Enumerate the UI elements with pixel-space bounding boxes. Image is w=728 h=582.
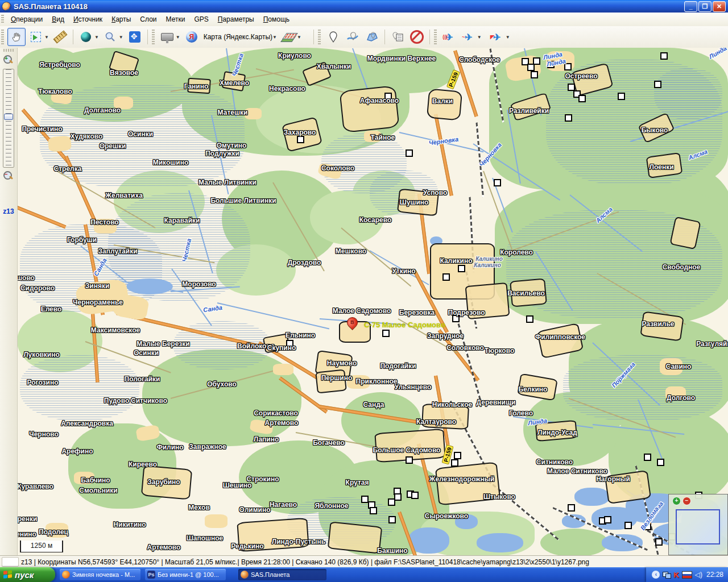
settlement-label: Шапошное [187,534,224,542]
toolbar-grip[interactable] [152,30,155,44]
settlement-label: Нагаево [270,501,297,509]
map-source-combo[interactable]: Карта (Яндекс.Карты) [204,33,272,41]
menu-item-помощь[interactable]: Помощь [259,14,294,25]
toolbar-grip[interactable] [434,30,437,44]
settlement-label: Белкино [519,385,548,393]
menu-item-gps[interactable]: GPS [189,14,213,25]
settlement-label: Арефино [61,447,93,455]
layers-button[interactable] [279,28,297,46]
maximize-button[interactable]: ❐ [698,1,712,12]
volume-icon[interactable]: ◁) [695,571,702,579]
menu-item-операции[interactable]: Операции [6,14,47,25]
settlement-label: Морозово [182,280,216,288]
menu-item-источник[interactable]: Источник [69,14,107,25]
settlement-label: Малое Садомово [333,307,391,315]
network-icon[interactable] [663,572,671,578]
settlement-label: Лоенки [649,163,673,171]
gps-center-dropdown-arrow[interactable]: ▼ [506,35,510,40]
sidebar-grip[interactable] [3,49,14,52]
selection-dropdown-arrow[interactable]: ▼ [44,35,49,40]
minimap-panel[interactable]: + − [668,494,728,555]
route-button[interactable] [344,28,362,46]
map-shape-wa [126,278,173,294]
zoom-slider-thumb[interactable] [4,114,13,120]
pan-hand-button[interactable] [7,28,26,46]
poi-square-marker [657,459,664,466]
poi-square-marker [458,265,465,272]
minimap-zoom-in-button[interactable]: + [672,497,681,505]
settlement-label: Савино [666,363,692,371]
globe-dropdown-arrow[interactable]: ▼ [94,35,99,40]
menu-item-параметры[interactable]: Параметры [213,14,259,25]
map-shape-tb [328,521,383,554]
gps-track-dropdown-arrow[interactable]: ▼ [477,35,482,40]
map-shape-sw [20,355,139,421]
minimap-viewport[interactable] [676,509,720,544]
settlement-label: Малые Березки [136,340,189,348]
settlement-label: Ситчиково [131,397,167,405]
toolbar: ▼ ▼ ▼ ▼ Я Карта (Яндекс.Карты) ▼ ▼ [0,26,728,48]
menu-item-слои[interactable]: Слои [135,14,161,25]
settlement-label: Худяково [71,132,103,140]
toolbar-separator [147,30,148,44]
taskbar-task[interactable]: PsБез имени-1 @ 100... [145,569,226,580]
start-button[interactable]: пуск [0,567,55,582]
ruler-button[interactable] [51,28,69,46]
toolbar-grip[interactable] [1,30,4,44]
placemark-icon [328,31,338,43]
poi-square-marker [533,57,540,65]
toolbar-grip[interactable] [318,30,321,44]
menu-grip[interactable] [1,15,4,24]
menu-item-карты[interactable]: Карты [107,14,135,25]
gps-track-button[interactable]: ✈~ [460,28,478,46]
fullscreen-button[interactable] [126,28,144,46]
settlement-label: Долганово [84,106,121,114]
polygon-button[interactable] [363,28,381,46]
tray-collapse-icon[interactable]: ‹ [652,571,660,579]
taskbar: пуск Зимняя ночевка - M...PsБез имени-1 … [0,567,728,582]
language-flag-icon[interactable] [682,571,692,579]
settlement-label: Никитино [113,521,146,529]
poi-square-marker [388,516,396,523]
search-dropdown-arrow[interactable]: ▼ [119,35,123,40]
gps-connect-button[interactable]: ✈((( [440,28,458,46]
placemark-list-button[interactable] [388,28,407,46]
block-download-button[interactable] [408,28,426,46]
settlement-label: Хвалынки [317,63,351,70]
zoom-out-button[interactable]: − [3,171,14,181]
download-dropdown-arrow[interactable]: ▼ [176,35,180,40]
settlement-label: Александровка [61,419,113,427]
settlement-label: Луковкино [23,351,60,359]
dark-globe-button[interactable] [77,28,95,46]
settlement-label: Ситниково [536,458,573,466]
settlement-label: Каравайки [164,217,200,225]
selection-tool-button[interactable] [27,28,45,46]
taskbar-task[interactable]: SAS.Планета [238,569,326,580]
menu-item-метки[interactable]: Метки [162,14,190,25]
taskbar-task[interactable]: Зимняя ночевка - M... [60,569,140,580]
placemark-button[interactable] [324,28,342,46]
settlement-label: Большие Литвинки [210,197,276,205]
download-button[interactable] [158,28,176,46]
settlement-label: Пудово [104,397,130,405]
map-source-dropdown-arrow[interactable]: ▼ [272,35,277,40]
gps-center-button[interactable]: ✈◤ [488,28,506,46]
settlement-label: Артемово [265,419,299,427]
settlement-label: Захарово [284,128,316,136]
map-shape-wa [602,534,643,551]
settlement-label: Скупино [267,344,296,352]
minimize-button[interactable]: _ [684,1,697,12]
kaspersky-icon[interactable]: K [673,571,679,579]
search-button[interactable] [101,28,119,46]
placemark-letter: В [348,318,357,327]
minimap-zoom-out-button[interactable]: − [682,497,691,505]
zoom-in-button[interactable]: + [3,55,14,65]
map-canvas[interactable]: 1250 м + − ЯстребцовоВязовоеГаниноХмелев… [17,48,728,555]
zoom-slider[interactable] [3,69,14,168]
settlement-label: Голево [509,409,533,417]
menu-item-вид[interactable]: Вид [47,14,69,25]
layers-dropdown-arrow[interactable]: ▼ [297,35,301,40]
close-button[interactable]: ✕ [713,1,726,12]
map-source-button[interactable]: Я [183,28,201,46]
settlement-label: Криулово [278,52,311,60]
